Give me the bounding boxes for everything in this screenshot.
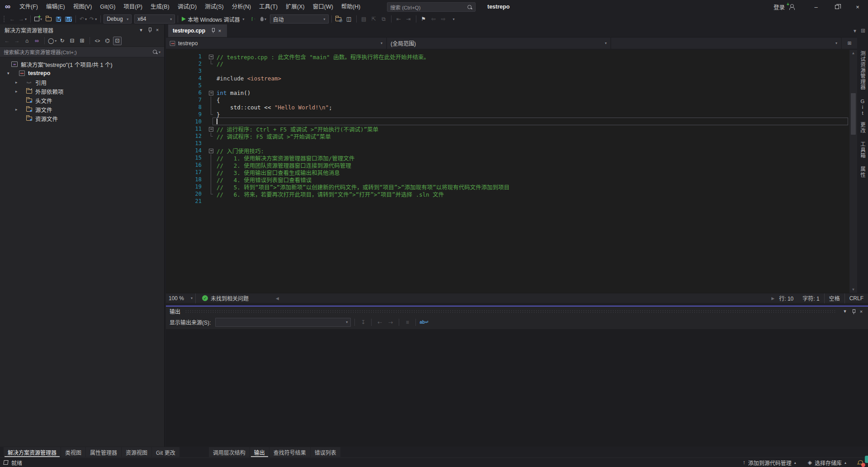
- scrollbar-thumb[interactable]: [851, 93, 856, 135]
- tree-item[interactable]: ▼资源文件: [0, 114, 164, 123]
- refresh-icon[interactable]: ↻: [58, 37, 66, 45]
- fold-marker-icon[interactable]: [208, 125, 214, 132]
- menu-item[interactable]: 工具(T): [255, 4, 282, 10]
- expand-arrow-icon[interactable]: ▸: [15, 80, 18, 85]
- expand-arrow-icon[interactable]: ▸: [15, 107, 18, 112]
- open-file-button[interactable]: [44, 14, 53, 24]
- output-source-combo[interactable]: ▾: [215, 318, 351, 327]
- view-code-icon[interactable]: <>: [93, 37, 102, 45]
- menu-item[interactable]: 扩展(X): [282, 4, 309, 10]
- redo-button[interactable]: ↷▾: [89, 14, 98, 24]
- hot-reload-button[interactable]: ▾: [259, 14, 268, 24]
- eol-indicator[interactable]: CRLF: [844, 293, 868, 303]
- document-list-chevron-icon[interactable]: ▼: [853, 28, 857, 33]
- menu-item[interactable]: 视图(V): [69, 4, 96, 10]
- auto-hide-tab[interactable]: 测试资源管理器: [859, 51, 866, 90]
- output-content[interactable]: [166, 329, 868, 447]
- tree-item[interactable]: ▸▼源文件: [0, 105, 164, 114]
- minimize-button[interactable]: –: [806, 0, 826, 14]
- next-message-icon[interactable]: ⇢: [386, 318, 395, 327]
- add-to-source-control-button[interactable]: ↑ 添加到源代码管理 ▴: [738, 458, 801, 467]
- scroll-down-icon[interactable]: ▼: [849, 286, 857, 293]
- column-indicator[interactable]: 字符: 1: [798, 294, 824, 302]
- save-button[interactable]: [54, 14, 63, 24]
- toolbar-grip[interactable]: [3, 15, 5, 23]
- breadcrumb-member-dropdown[interactable]: ▾: [611, 38, 842, 49]
- solution-explorer-search-input[interactable]: 搜索解决方案资源管理器(Ctrl+;) ▾: [0, 47, 164, 57]
- pin-icon[interactable]: [849, 307, 857, 316]
- bookmark-prev-button[interactable]: ⇦: [429, 14, 438, 24]
- menu-item[interactable]: 生成(B): [146, 4, 174, 10]
- auto-hide-tab[interactable]: 工具箱: [859, 142, 866, 159]
- notifications-bell-icon[interactable]: [857, 460, 863, 466]
- home-icon[interactable]: ⌂: [23, 37, 31, 45]
- tool-window-tab[interactable]: 解决方案资源管理器: [4, 447, 61, 457]
- collapse-arrow-icon[interactable]: ▾: [7, 71, 9, 75]
- zoom-level-combo[interactable]: 100 %▾: [166, 293, 196, 303]
- tool-window-tab[interactable]: 错误列表: [311, 447, 340, 457]
- pending-changes-filter-icon[interactable]: ◯▾: [48, 37, 57, 45]
- platform-combo[interactable]: x64▾: [134, 14, 175, 24]
- clear-all-icon[interactable]: ≡: [403, 318, 412, 327]
- profiler-button[interactable]: ▤: [359, 14, 368, 24]
- tree-item[interactable]: ▸▫–▫引用: [0, 78, 164, 87]
- window-position-chevron-icon[interactable]: ▾: [841, 307, 849, 316]
- document-outline-icon[interactable]: ⊞: [842, 38, 857, 49]
- scroll-right-icon[interactable]: ▶: [771, 296, 774, 301]
- tree-item[interactable]: ▸↗外部依赖项: [0, 87, 164, 96]
- indent-decrease-button[interactable]: ⇤: [394, 14, 403, 24]
- start-debugging-button[interactable]: 本地 Windows 调试器▾: [181, 14, 245, 24]
- close-icon[interactable]: ×: [216, 28, 223, 33]
- tool-window-tab[interactable]: 类视图: [61, 447, 85, 457]
- quick-search-input[interactable]: 搜索 (Ctrl+Q): [387, 2, 476, 12]
- navigate-forward-button[interactable]: →▾: [18, 14, 28, 24]
- background-tasks-icon[interactable]: [3, 460, 8, 465]
- tree-item[interactable]: ∞解决方案"testrepo"(1 个项目/共 1 个): [0, 60, 164, 69]
- find-in-files-button[interactable]: ◎: [335, 14, 344, 24]
- scroll-up-icon[interactable]: ▲: [849, 50, 857, 57]
- fold-marker-icon[interactable]: [208, 147, 214, 154]
- breadcrumb-project-dropdown[interactable]: ++ testrepo ▾: [166, 38, 387, 49]
- auto-hide-tab[interactable]: Git 更改: [859, 99, 866, 133]
- breadcrumb-scope-dropdown[interactable]: (全局范围) ▾: [387, 38, 611, 49]
- properties-wrench-icon[interactable]: ⌬: [103, 37, 112, 45]
- close-button[interactable]: ×: [847, 0, 868, 14]
- close-icon[interactable]: ×: [857, 307, 865, 316]
- forward-icon[interactable]: →: [13, 37, 21, 45]
- maximize-restore-button[interactable]: [826, 0, 847, 14]
- account-person-icon[interactable]: +: [788, 4, 795, 10]
- toolbar-overflow-button[interactable]: ▾: [449, 14, 458, 24]
- menu-item[interactable]: 文件(F): [15, 4, 42, 10]
- tree-item[interactable]: ▾++testrepo: [0, 69, 164, 78]
- show-diagnostics-button[interactable]: ⧉: [379, 14, 388, 24]
- hot-reload-mode-combo[interactable]: 自动▾: [270, 14, 329, 24]
- attach-to-process-button[interactable]: ◫: [344, 14, 354, 24]
- scroll-left-icon[interactable]: ◀: [276, 296, 279, 301]
- tool-window-tab[interactable]: 调用层次结构: [209, 447, 250, 457]
- word-wrap-icon[interactable]: ab↵: [420, 318, 429, 327]
- menu-item[interactable]: 调试(D): [174, 4, 201, 10]
- window-position-chevron-icon[interactable]: ▾: [137, 26, 145, 34]
- menu-item[interactable]: 窗口(W): [309, 4, 337, 10]
- menu-item[interactable]: 分析(N): [228, 4, 255, 10]
- fold-marker-icon[interactable]: [208, 89, 214, 96]
- configuration-combo[interactable]: Debug▾: [104, 14, 132, 24]
- split-window-icon[interactable]: ⊞: [861, 28, 865, 34]
- bookmark-next-button[interactable]: ⇨: [439, 14, 448, 24]
- tool-window-tab[interactable]: 资源视图: [122, 447, 151, 457]
- feedback-edge-marker[interactable]: [865, 456, 868, 463]
- code-editor[interactable]: 1// testrepo.cpp : 此文件包含 "main" 函数。程序执行将…: [166, 50, 857, 293]
- close-icon[interactable]: ×: [153, 26, 161, 34]
- save-all-button[interactable]: [64, 14, 73, 24]
- goto-message-icon[interactable]: ↧: [359, 318, 368, 327]
- undo-button[interactable]: ↶▾: [79, 14, 88, 24]
- navigate-back-button[interactable]: ←: [8, 14, 17, 24]
- back-icon[interactable]: ←: [3, 37, 11, 45]
- tool-window-tab[interactable]: 查找符号结果: [269, 447, 310, 457]
- menu-item[interactable]: 编辑(E): [42, 4, 69, 10]
- tool-window-tab[interactable]: Git 更改: [152, 447, 179, 457]
- select-repository-button[interactable]: ◈ 选择存储库 ▴: [803, 458, 851, 467]
- step-cursor-button[interactable]: ⇱: [369, 14, 378, 24]
- expand-arrow-icon[interactable]: ▸: [15, 89, 18, 94]
- start-without-debugging-button[interactable]: [249, 14, 258, 24]
